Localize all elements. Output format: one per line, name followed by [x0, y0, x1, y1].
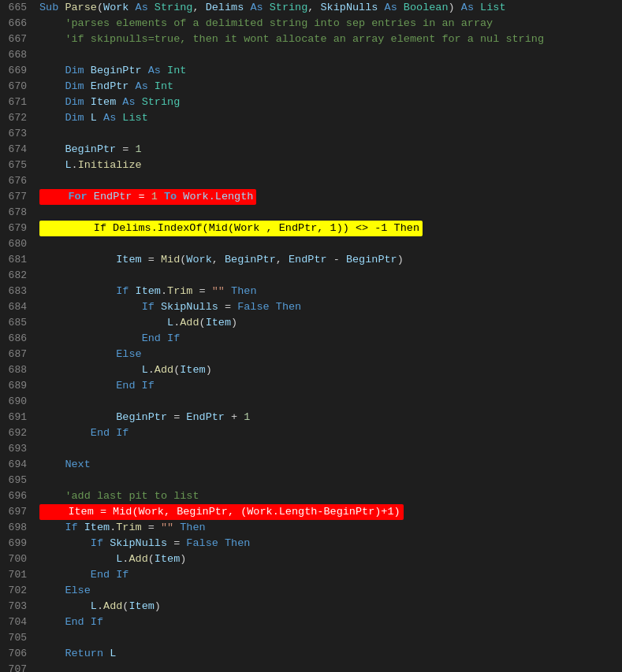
line-number: 677	[0, 189, 27, 205]
code-line: End If	[39, 614, 622, 630]
code-line	[39, 126, 622, 142]
line-number: 682	[0, 268, 27, 284]
line-number: 692	[0, 425, 27, 441]
code-line: If Item.Trim = "" Then	[39, 520, 622, 536]
line-number: 665	[0, 0, 27, 16]
code-line	[39, 441, 622, 457]
code-line	[39, 473, 622, 488]
line-number: 669	[0, 63, 27, 79]
code-line: If SkipNulls = False Then	[39, 536, 622, 551]
line-number: 704	[0, 614, 27, 630]
code-line: Dim BeginPtr As Int	[39, 63, 622, 79]
line-number: 672	[0, 110, 27, 126]
code-line: BeginPtr = EndPtr + 1	[39, 410, 622, 425]
code-line	[39, 205, 622, 221]
line-number: 673	[0, 126, 27, 142]
code-line	[39, 630, 622, 646]
code-line: If Delims.IndexOf(Mid(Work , EndPtr, 1))…	[39, 221, 622, 236]
code-line: Dim L As List	[39, 110, 622, 126]
code-line: End If	[39, 425, 622, 441]
code-line: If Item.Trim = "" Then	[39, 284, 622, 299]
code-line: Return L	[39, 646, 622, 662]
code-line: L.Initialize	[39, 158, 622, 173]
code-line	[39, 236, 622, 252]
line-number: ▶679	[0, 221, 27, 236]
code-line: BeginPtr = 1	[39, 142, 622, 158]
line-number: 678	[0, 205, 27, 221]
line-numbers: 6656666676686696706716726736746756766776…	[0, 0, 33, 672]
code-line: Dim Item As String	[39, 95, 622, 110]
line-number: 698	[0, 520, 27, 536]
line-number: 706	[0, 646, 27, 662]
code-line	[39, 47, 622, 63]
line-number: 703	[0, 599, 27, 614]
code-line: Else	[39, 347, 622, 362]
code-line: Sub Parse(Work As String, Delims As Stri…	[39, 0, 622, 16]
code-line: Dim EndPtr As Int	[39, 79, 622, 95]
code-content: Sub Parse(Work As String, Delims As Stri…	[33, 0, 622, 672]
line-number: 670	[0, 79, 27, 95]
line-number: 693	[0, 441, 27, 457]
line-number: 691	[0, 410, 27, 425]
line-number: 674	[0, 142, 27, 158]
line-number: 675	[0, 158, 27, 173]
code-line: If SkipNulls = False Then	[39, 299, 622, 315]
line-number: 696	[0, 488, 27, 504]
line-number: 667	[0, 32, 27, 47]
highlighted-code: For EndPtr = 1 To Work.Length	[39, 189, 256, 205]
code-line: End If	[39, 378, 622, 394]
code-line: L.Add(Item)	[39, 362, 622, 378]
line-number: 685	[0, 315, 27, 331]
code-editor: 6656666676686696706716726736746756766776…	[0, 0, 622, 672]
code-line: End If	[39, 567, 622, 583]
line-number: 695	[0, 473, 27, 488]
code-line: End If	[39, 331, 622, 347]
code-line	[39, 394, 622, 410]
code-line: For EndPtr = 1 To Work.Length	[39, 189, 622, 205]
code-line: Else	[39, 583, 622, 599]
line-number: 707	[0, 662, 27, 672]
code-line: 'if skipnulls=true, then it wont allocat…	[39, 32, 622, 47]
line-number: 701	[0, 567, 27, 583]
line-number: 705	[0, 630, 27, 646]
line-number: 690	[0, 394, 27, 410]
code-line: L.Add(Item)	[39, 551, 622, 567]
code-line: L.Add(Item)	[39, 315, 622, 331]
line-number: 676	[0, 173, 27, 189]
line-number: 681	[0, 252, 27, 268]
code-line	[39, 662, 622, 672]
line-number: 668	[0, 47, 27, 63]
code-line: 'parses elements of a delimited string i…	[39, 16, 622, 32]
line-number: 684	[0, 299, 27, 315]
highlighted-code: If Delims.IndexOf(Mid(Work , EndPtr, 1))…	[39, 221, 423, 236]
code-line	[39, 268, 622, 284]
line-number: 694	[0, 457, 27, 473]
line-number: 699	[0, 536, 27, 551]
line-number: 702	[0, 583, 27, 599]
line-number: 688	[0, 362, 27, 378]
line-number: 666	[0, 16, 27, 32]
code-line: Next	[39, 457, 622, 473]
line-number: 689	[0, 378, 27, 394]
code-line: Item = Mid(Work, BeginPtr, EndPtr - Begi…	[39, 252, 622, 268]
line-number: 697	[0, 504, 27, 520]
line-number: 700	[0, 551, 27, 567]
code-line	[39, 173, 622, 189]
line-number: 686	[0, 331, 27, 347]
code-line: Item = Mid(Work, BeginPtr, (Work.Length-…	[39, 504, 622, 520]
code-line: L.Add(Item)	[39, 599, 622, 614]
line-number: 680	[0, 236, 27, 252]
line-number: 671	[0, 95, 27, 110]
line-number: 687	[0, 347, 27, 362]
highlighted-code: Item = Mid(Work, BeginPtr, (Work.Length-…	[39, 504, 404, 520]
line-number: 683	[0, 284, 27, 299]
code-line: 'add last pit to list	[39, 488, 622, 504]
